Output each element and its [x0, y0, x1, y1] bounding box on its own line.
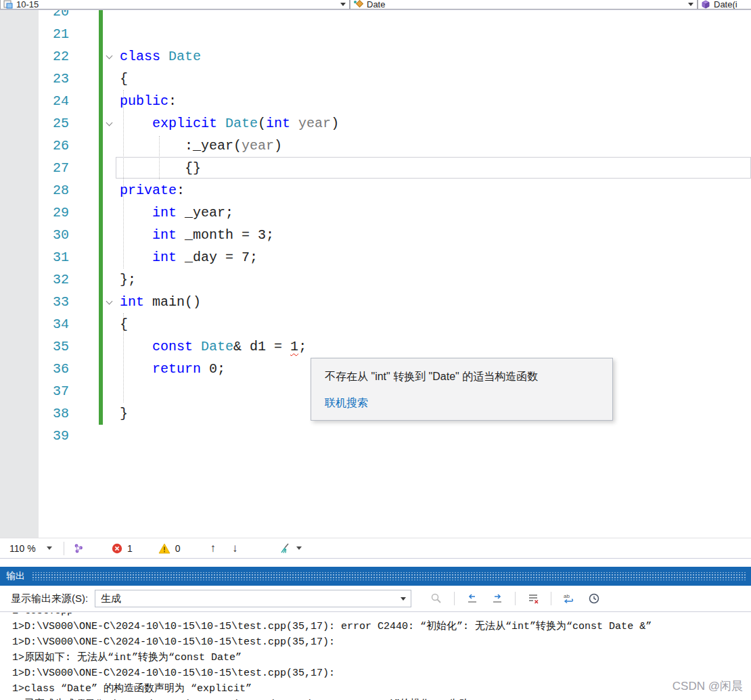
- gutter-spacer: [76, 112, 99, 135]
- next-issue-button[interactable]: ↓: [232, 542, 238, 555]
- next-message-button[interactable]: [490, 591, 505, 606]
- code-cleanup-button[interactable]: [279, 542, 302, 555]
- breakpoint-gutter[interactable]: [0, 202, 39, 224]
- code-text: int _day = 7;: [116, 246, 258, 269]
- breakpoint-gutter[interactable]: [0, 246, 39, 269]
- code-editor[interactable]: 202122class Date23{24public:25 explicit …: [0, 10, 751, 538]
- breakpoint-gutter[interactable]: [0, 135, 39, 157]
- outline-gutter: [103, 135, 116, 157]
- code-line-29[interactable]: 29 int _year;: [0, 202, 751, 224]
- gutter-spacer: [76, 380, 99, 402]
- clock-icon: [588, 592, 600, 605]
- line-number: 26: [39, 135, 76, 157]
- outline-gutter: [103, 335, 116, 358]
- code-text: private:: [116, 179, 185, 202]
- breakpoint-gutter[interactable]: [0, 23, 39, 45]
- code-line-26[interactable]: 26 :_year(year): [0, 135, 751, 157]
- zoom-dropdown[interactable]: 110 %: [0, 543, 64, 554]
- breakpoint-gutter[interactable]: [0, 224, 39, 246]
- watermark: CSDN @闲晨: [673, 678, 743, 694]
- line-number: 36: [39, 358, 76, 380]
- outline-gutter[interactable]: [103, 291, 116, 313]
- gutter-spacer: [76, 224, 99, 246]
- line-number: 25: [39, 112, 76, 135]
- breakpoint-gutter[interactable]: [0, 45, 39, 68]
- code-text: [116, 10, 120, 23]
- output-source-dropdown[interactable]: 生成: [95, 590, 411, 607]
- outline-gutter[interactable]: [103, 45, 116, 68]
- code-line-28[interactable]: 28private:: [0, 179, 751, 202]
- code-text: class Date: [116, 45, 201, 68]
- gutter-spacer: [76, 358, 99, 380]
- gutter-spacer: [76, 23, 99, 45]
- collapse-chevron-icon[interactable]: [106, 298, 113, 304]
- code-line-35[interactable]: 35 const Date& d1 = 1;: [0, 335, 751, 358]
- gutter-spacer: [76, 45, 99, 68]
- code-line-25[interactable]: 25 explicit Date(int year): [0, 112, 751, 135]
- collapse-chevron-icon[interactable]: [106, 119, 113, 126]
- code-line-33[interactable]: 33int main(): [0, 291, 751, 313]
- code-health-indicator[interactable]: [72, 542, 85, 555]
- code-line-30[interactable]: 30 int _month = 3;: [0, 224, 751, 246]
- breakpoint-gutter[interactable]: [0, 157, 39, 179]
- previous-issue-button[interactable]: ↑: [210, 542, 217, 555]
- gutter-spacer: [76, 10, 99, 23]
- breakpoint-gutter[interactable]: [0, 335, 39, 358]
- word-wrap-button[interactable]: ab: [562, 591, 576, 606]
- outline-gutter: [103, 402, 116, 425]
- drag-grip-texture: [32, 572, 746, 580]
- code-health-icon: [72, 542, 85, 555]
- code-line-22[interactable]: 22class Date: [0, 45, 751, 68]
- previous-message-button[interactable]: [465, 591, 480, 606]
- breakpoint-gutter[interactable]: [0, 90, 39, 112]
- class-dropdown[interactable]: Date: [350, 0, 698, 9]
- breakpoint-gutter[interactable]: [0, 68, 39, 90]
- breakpoint-gutter[interactable]: [0, 269, 39, 291]
- breakpoint-gutter[interactable]: [0, 179, 39, 202]
- line-number: 38: [39, 402, 76, 425]
- code-line-21[interactable]: 21: [0, 23, 751, 45]
- member-dropdown[interactable]: Date(i: [698, 0, 751, 9]
- breakpoint-gutter[interactable]: [0, 380, 39, 402]
- output-content[interactable]: 1>test.cpp1>D:\VS000\ONE-C\2024-10\10-15…: [0, 613, 751, 700]
- breakpoint-gutter[interactable]: [0, 313, 39, 335]
- output-panel-header[interactable]: 输出: [0, 567, 751, 586]
- breakpoint-gutter[interactable]: [0, 291, 39, 313]
- line-number: 29: [39, 202, 76, 224]
- collapse-chevron-icon[interactable]: [106, 52, 113, 59]
- output-line: 1>test.cpp: [12, 613, 751, 619]
- code-text: [116, 425, 120, 447]
- warning-count-button[interactable]: 0: [158, 543, 181, 554]
- code-line-34[interactable]: 34{: [0, 313, 751, 335]
- gutter-spacer: [76, 246, 99, 269]
- code-line-27[interactable]: 27 {}: [0, 157, 751, 179]
- outline-gutter: [103, 358, 116, 380]
- breakpoint-gutter[interactable]: [0, 425, 39, 447]
- gutter-spacer: [76, 135, 99, 157]
- code-line-39[interactable]: 39: [0, 425, 751, 447]
- breakpoint-gutter[interactable]: [0, 10, 39, 23]
- class-icon: [353, 0, 363, 9]
- gutter-spacer: [76, 269, 99, 291]
- code-line-32[interactable]: 32};: [0, 269, 751, 291]
- breakpoint-gutter[interactable]: [0, 112, 39, 135]
- code-line-31[interactable]: 31 int _day = 7;: [0, 246, 751, 269]
- timestamp-button[interactable]: [587, 591, 601, 606]
- code-line-23[interactable]: 23{: [0, 68, 751, 90]
- project-dropdown[interactable]: 10-15: [0, 0, 350, 9]
- breakpoint-gutter[interactable]: [0, 402, 39, 425]
- project-icon: [3, 0, 13, 9]
- code-text: const Date& d1 = 1;: [116, 335, 306, 358]
- output-line: 1>D:\VS000\ONE-C\2024-10\10-15\10-15\tes…: [12, 619, 751, 634]
- gutter-spacer: [76, 335, 99, 358]
- outline-gutter[interactable]: [103, 112, 116, 135]
- code-line-24[interactable]: 24public:: [0, 90, 751, 112]
- breakpoint-gutter[interactable]: [0, 358, 39, 380]
- error-count-button[interactable]: 1: [112, 543, 133, 554]
- code-line-20[interactable]: 20: [0, 10, 751, 23]
- find-message-button[interactable]: [429, 591, 444, 606]
- outline-gutter: [103, 269, 116, 291]
- clear-all-button[interactable]: [526, 591, 541, 606]
- online-search-link[interactable]: 联机搜索: [325, 396, 368, 411]
- gutter-spacer: [76, 402, 99, 425]
